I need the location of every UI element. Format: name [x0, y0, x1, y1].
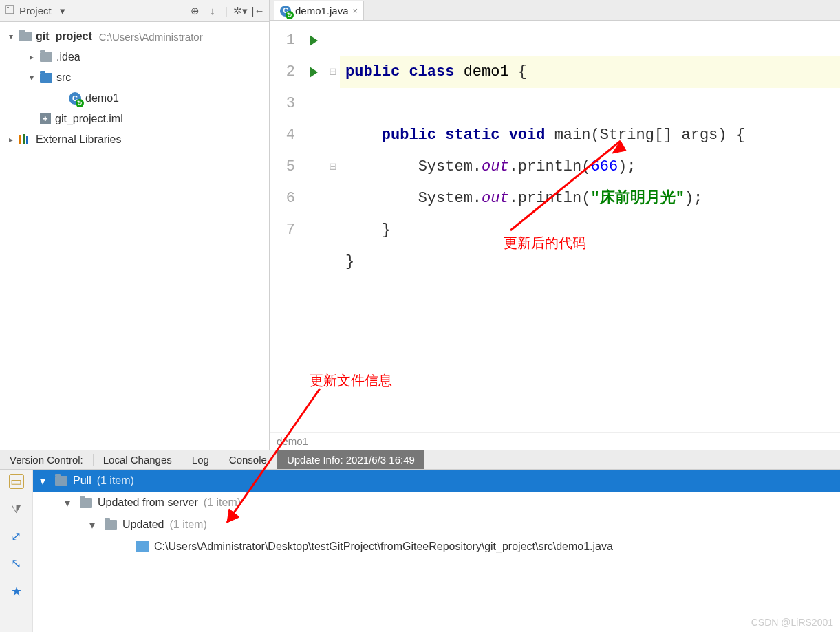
tree-label: demo1	[85, 92, 119, 105]
fold-close-icon[interactable]: ⊟	[326, 151, 340, 183]
vc-tab-log[interactable]: Log	[182, 454, 219, 466]
vc-tabs: Version Control: Local Changes Log Conso…	[0, 450, 840, 470]
folder-icon	[40, 52, 52, 62]
vc-row-file[interactable]: C:\Users\Administrator\Desktop\testGitPr…	[33, 536, 840, 558]
expand-all-icon[interactable]: ⤢	[9, 529, 24, 544]
tree-node-iml[interactable]: ✚ git_project.iml	[0, 109, 269, 129]
vc-header-label: Version Control:	[0, 454, 93, 466]
svg-rect-1	[7, 7, 9, 8]
annotation-code-updated: 更新后的代码	[504, 227, 586, 259]
folder-icon	[55, 476, 67, 486]
project-tree[interactable]: ▾ git_project C:\Users\Administrator ▸ .…	[0, 22, 269, 450]
vc-update-tree[interactable]: ▾ Pull (1 item) ▾ Updated from server (1…	[33, 470, 840, 632]
fold-gutter: ⊟⊟	[326, 21, 340, 432]
tree-node-src[interactable]: ▾ src	[0, 67, 269, 88]
fold-open-icon[interactable]: ⊟	[326, 56, 340, 88]
tree-label: External Libraries	[36, 133, 122, 146]
tab-label: demo1.java	[295, 5, 349, 17]
module-file-icon: ✚	[40, 113, 51, 124]
tree-node-root[interactable]: ▾ git_project C:\Users\Administrator	[0, 26, 269, 47]
tree-path: C:\Users\Administrator	[99, 31, 203, 43]
chevron-down-icon[interactable]: ▾	[28, 73, 36, 83]
group-icon[interactable]: ▭	[9, 474, 24, 489]
tree-label: src	[56, 72, 71, 84]
vc-tab-console[interactable]: Console	[219, 454, 277, 466]
version-control-panel: Version Control: Local Changes Log Conso…	[0, 450, 840, 632]
svg-rect-2	[19, 135, 21, 144]
run-line-icon[interactable]	[301, 56, 326, 88]
chevron-down-icon[interactable]: ▾	[89, 519, 99, 532]
svg-rect-3	[23, 134, 25, 144]
run-gutter	[301, 21, 326, 432]
hide-panel-icon[interactable]: |←	[251, 4, 265, 18]
code-content[interactable]: public class demo1 { public static void …	[340, 21, 840, 432]
divider: |	[224, 4, 229, 18]
refresh-icon[interactable]: ↓	[206, 4, 219, 18]
tree-label: .idea	[56, 51, 80, 63]
class-icon: C	[280, 6, 291, 17]
source-folder-icon	[40, 73, 52, 83]
svg-rect-0	[6, 6, 14, 14]
tree-node-idea[interactable]: ▸ .idea	[0, 47, 269, 67]
vc-row-updated-from-server[interactable]: ▾ Updated from server (1 item)	[33, 492, 840, 514]
vc-tab-update-info[interactable]: Update Info: 2021/6/3 16:49	[277, 450, 424, 469]
run-line-icon[interactable]	[301, 25, 326, 56]
libraries-icon	[19, 134, 32, 145]
project-icon	[4, 4, 15, 17]
breadcrumb[interactable]: demo1	[270, 432, 840, 450]
project-panel: Project ▾ ⊕ ↓ | ✲▾ |← ▾ git_project C:\U…	[0, 0, 270, 450]
vc-row-pull[interactable]: ▾ Pull (1 item)	[33, 470, 840, 492]
project-panel-header: Project ▾ ⊕ ↓ | ✲▾ |←	[0, 0, 269, 22]
watermark: CSDN @LiRS2001	[751, 617, 833, 628]
chevron-down-icon[interactable]: ▾	[65, 497, 74, 510]
tree-label: git_project	[36, 30, 92, 43]
code-editor[interactable]: 1234567 ⊟⊟ public class demo1 { public s…	[270, 21, 840, 432]
folder-icon	[19, 32, 32, 41]
class-icon: C	[69, 92, 81, 105]
java-file-icon	[136, 541, 149, 552]
vc-tab-local-changes[interactable]: Local Changes	[94, 454, 182, 466]
project-panel-title: Project	[19, 5, 52, 17]
editor-tabs: C demo1.java ×	[270, 0, 840, 21]
annotation-update-files: 更新文件信息	[310, 371, 392, 390]
tree-node-demo1[interactable]: C demo1	[0, 88, 269, 109]
svg-rect-4	[26, 136, 28, 144]
scroll-from-source-icon[interactable]: ⊕	[188, 4, 202, 18]
chevron-down-icon[interactable]: ▾	[7, 32, 15, 41]
folder-icon	[105, 520, 117, 530]
tree-label: git_project.iml	[55, 113, 123, 125]
folder-icon	[80, 498, 92, 508]
line-number-gutter: 1234567	[270, 21, 301, 432]
close-icon[interactable]: ×	[353, 6, 358, 16]
collapse-all-icon[interactable]: ⤡	[9, 556, 24, 571]
vc-side-toolbar: ▭ ⧩ ⤢ ⤡ ★	[0, 470, 33, 632]
chevron-down-icon[interactable]: ▾	[40, 475, 50, 488]
editor-tab-demo1[interactable]: C demo1.java ×	[274, 1, 364, 20]
chevron-right-icon[interactable]: ▸	[7, 135, 15, 144]
tree-node-external-libs[interactable]: ▸ External Libraries	[0, 129, 269, 150]
chevron-right-icon[interactable]: ▸	[28, 52, 36, 62]
filter-icon[interactable]: ⧩	[9, 501, 24, 516]
project-view-dropdown[interactable]: ▾	[56, 4, 69, 18]
gear-icon[interactable]: ✲▾	[233, 4, 247, 18]
import-icon[interactable]: ★	[9, 584, 24, 599]
vc-row-updated[interactable]: ▾ Updated (1 item)	[33, 514, 840, 536]
